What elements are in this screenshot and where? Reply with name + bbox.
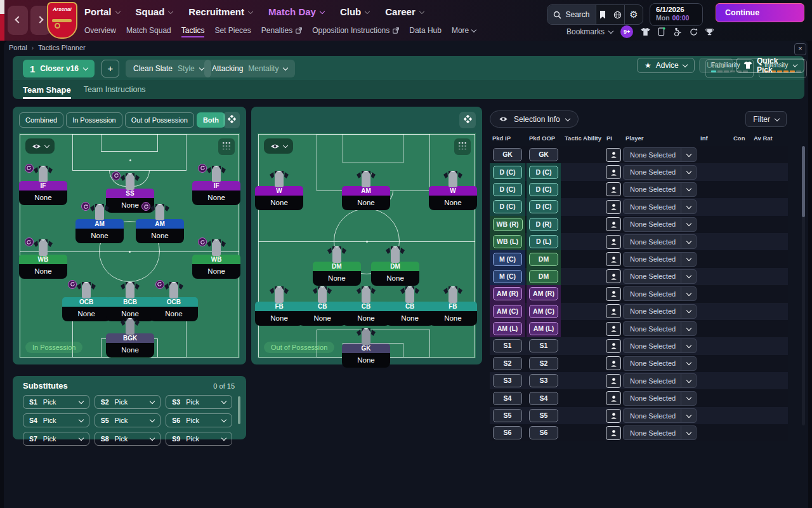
player-select-dropdown[interactable]: None Selected: [623, 425, 697, 440]
pitch-filter-in-possession[interactable]: In Possession: [66, 112, 122, 128]
position-pill-ip[interactable]: GK: [493, 148, 522, 161]
nav-item-club[interactable]: Club: [340, 6, 369, 17]
sub-slot-s7[interactable]: S7Pick: [23, 432, 89, 446]
position-pill-oop[interactable]: S5: [529, 409, 558, 422]
subnav-item-more[interactable]: More: [452, 26, 476, 37]
tactic-select-dropdown[interactable]: 1 Closer v16: [23, 60, 95, 77]
physio-icon[interactable]: [673, 27, 682, 36]
player-select-dropdown[interactable]: None Selected: [623, 234, 697, 249]
position-pill-oop[interactable]: S1: [529, 339, 558, 352]
player-instructions-button[interactable]: [606, 409, 621, 423]
sub-slot-s2[interactable]: S2Pick: [95, 395, 161, 409]
position-pill-oop[interactable]: D (C): [529, 200, 558, 213]
player-select-dropdown[interactable]: None Selected: [623, 373, 697, 388]
player-slot-wb[interactable]: WBNone: [19, 239, 67, 279]
player-select-dropdown[interactable]: None Selected: [623, 147, 697, 162]
player-instructions-button[interactable]: [606, 165, 621, 179]
position-pill-ip[interactable]: S4: [493, 392, 522, 405]
player-select-dropdown[interactable]: None Selected: [623, 199, 697, 214]
position-pill-ip[interactable]: D (C): [493, 183, 522, 196]
sub-slot-s1[interactable]: S1Pick: [23, 395, 89, 409]
player-slot-w[interactable]: WNone: [255, 170, 303, 210]
substitutes-scrollbar[interactable]: [238, 396, 240, 424]
game-date[interactable]: 6/1/2026 Mon00:00: [650, 3, 703, 26]
player-slot-ocb[interactable]: OCBNone: [62, 281, 110, 321]
trophy-icon[interactable]: [705, 28, 714, 36]
player-select-dropdown[interactable]: None Selected: [623, 338, 697, 353]
club-crest[interactable]: Arsenal: [47, 2, 77, 39]
position-pill-ip[interactable]: S1: [493, 339, 522, 352]
pitch-filter-out-of-possession[interactable]: Out of Possession: [125, 112, 194, 128]
pitch-filter-both[interactable]: Both: [197, 112, 225, 128]
position-pill-oop[interactable]: D (C): [529, 166, 558, 179]
position-pill-oop[interactable]: S3: [529, 374, 558, 387]
position-pill-ip[interactable]: D (C): [493, 200, 522, 213]
player-select-dropdown[interactable]: None Selected: [623, 356, 697, 371]
player-instructions-button[interactable]: [606, 339, 621, 353]
position-pill-oop[interactable]: DM: [529, 270, 558, 283]
player-slot-if[interactable]: IFNone: [19, 165, 67, 205]
pitch-filter-combined[interactable]: Combined: [19, 112, 63, 128]
formation-tools-button[interactable]: [459, 112, 476, 128]
tab-team-instructions[interactable]: Team Instructions: [84, 80, 146, 99]
player-slot-am[interactable]: AMNone: [342, 170, 390, 210]
player-instructions-button[interactable]: [606, 217, 621, 231]
sub-slot-s5[interactable]: S5Pick: [95, 413, 161, 427]
sub-slot-s4[interactable]: S4Pick: [23, 413, 89, 427]
mentality-dropdown[interactable]: Attacking Mentality: [204, 60, 295, 77]
close-button[interactable]: ×: [794, 43, 806, 55]
pitch-in-possession[interactable]: In Possession IFNoneSSNoneIFNoneAMNoneAM…: [19, 133, 240, 358]
position-pill-oop[interactable]: S2: [529, 357, 558, 370]
position-pill-oop[interactable]: S6: [529, 426, 558, 439]
notes-icon[interactable]: [599, 11, 606, 19]
player-select-dropdown[interactable]: None Selected: [623, 182, 697, 197]
position-pill-ip[interactable]: WB (L): [493, 235, 522, 248]
player-select-dropdown[interactable]: None Selected: [623, 165, 697, 180]
tab-team-shape[interactable]: Team Shape: [23, 80, 71, 99]
player-slot-if[interactable]: IFNone: [192, 165, 240, 205]
sub-slot-s9[interactable]: S9Pick: [166, 432, 232, 446]
sub-slot-s6[interactable]: S6Pick: [166, 413, 232, 427]
selection-info-dropdown[interactable]: Selection Info: [490, 110, 579, 128]
player-slot-wb[interactable]: WBNone: [192, 239, 240, 279]
nav-item-recruitment[interactable]: Recruitment: [188, 6, 252, 17]
player-slot-cb[interactable]: CBNone: [342, 286, 390, 326]
subnav-item-overview[interactable]: Overview: [84, 26, 116, 37]
position-pill-oop[interactable]: D (C): [529, 183, 558, 196]
player-slot-ocb[interactable]: OCBNone: [150, 281, 198, 321]
search-button[interactable]: Search: [547, 5, 596, 24]
add-tactic-button[interactable]: +: [102, 60, 119, 77]
position-pill-ip[interactable]: S2: [493, 357, 522, 370]
subnav-item-match-squad[interactable]: Match Squad: [126, 26, 171, 37]
player-instructions-button[interactable]: [606, 252, 621, 266]
position-pill-oop[interactable]: D (R): [529, 218, 558, 231]
back-button[interactable]: [8, 6, 28, 35]
nav-item-portal[interactable]: Portal: [84, 6, 120, 17]
player-slot-gk[interactable]: GKNone: [342, 328, 390, 368]
player-instructions-button[interactable]: [606, 200, 621, 214]
player-instructions-button[interactable]: [606, 148, 621, 162]
position-pill-ip[interactable]: D (C): [493, 166, 522, 179]
player-instructions-button[interactable]: [606, 322, 621, 336]
pitch-grid-button[interactable]: [454, 138, 471, 155]
player-slot-bcb[interactable]: BCBNone: [106, 281, 154, 321]
player-instructions-button[interactable]: [606, 287, 621, 301]
position-pill-oop[interactable]: AM (R): [529, 287, 558, 300]
player-instructions-button[interactable]: [606, 304, 621, 318]
position-pill-oop[interactable]: S4: [529, 392, 558, 405]
player-slot-am[interactable]: AMNone: [136, 203, 184, 243]
kit-icon[interactable]: [641, 28, 650, 36]
subnav-item-set-pieces[interactable]: Set Pieces: [214, 26, 251, 37]
selection-scrollbar-thumb[interactable]: [802, 146, 805, 217]
player-slot-am[interactable]: AMNone: [75, 203, 124, 243]
player-instructions-button[interactable]: [606, 269, 621, 283]
sync-icon[interactable]: [690, 28, 698, 36]
formation-tools-button[interactable]: [223, 112, 240, 128]
bookmarks-dropdown[interactable]: Bookmarks: [566, 27, 613, 36]
position-pill-ip[interactable]: AM (L): [493, 322, 522, 335]
player-select-dropdown[interactable]: None Selected: [623, 217, 697, 232]
settings-button[interactable]: ⚙: [625, 5, 643, 24]
player-select-dropdown[interactable]: None Selected: [623, 252, 697, 267]
player-slot-fb[interactable]: FBNone: [255, 286, 303, 326]
player-slot-bgk[interactable]: BGKNone: [106, 318, 154, 358]
